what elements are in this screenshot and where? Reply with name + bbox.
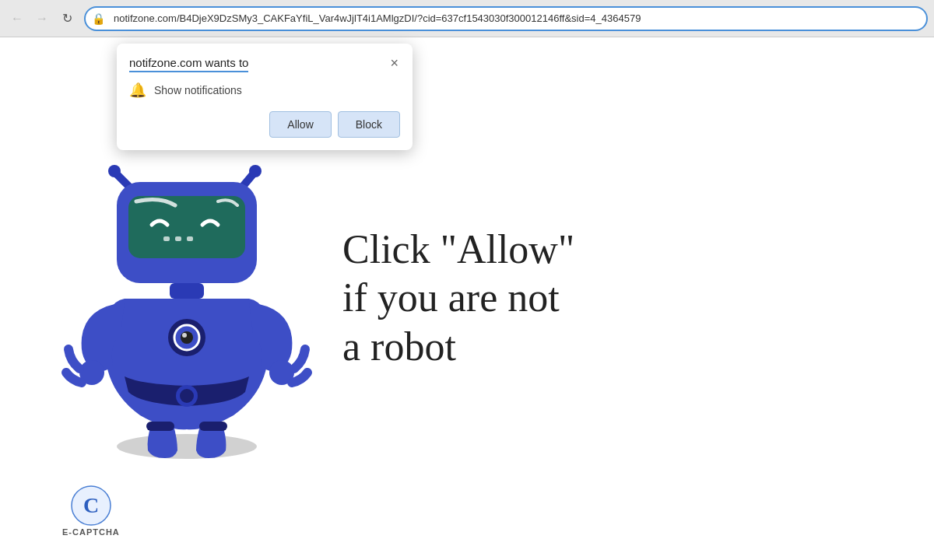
instruction-line1: Click "Allow" [342,226,574,274]
svg-rect-6 [163,236,170,241]
bell-icon: 🔔 [129,82,146,99]
popup-title: notifzone.com wants to [129,56,248,72]
popup-header: notifzone.com wants to × [129,56,400,72]
svg-rect-8 [187,236,193,241]
address-bar-wrapper: 🔒 [84,6,928,31]
ecaptcha-icon: C [71,485,111,526]
ecaptcha-logo: C E-CAPTCHA [62,485,120,537]
robot-illustration [39,135,335,462]
refresh-button[interactable]: ↻ [56,8,78,30]
popup-close-button[interactable]: × [388,56,400,70]
svg-point-3 [249,165,262,177]
robot-container [39,135,335,462]
svg-text:C: C [83,493,99,517]
svg-rect-5 [128,196,245,258]
notification-popup: notifzone.com wants to × 🔔 Show notifica… [117,44,413,150]
lock-icon: 🔒 [92,12,105,25]
back-button[interactable]: ← [6,8,28,30]
svg-point-1 [108,165,121,177]
instruction-line3: a robot [342,323,574,371]
block-button[interactable]: Block [338,111,400,138]
notification-text: Show notifications [154,84,242,96]
allow-button[interactable]: Allow [269,111,331,138]
svg-rect-18 [146,422,174,431]
svg-point-15 [182,333,187,338]
ecaptcha-label: E-CAPTCHA [62,527,120,537]
svg-rect-9 [170,283,204,299]
svg-rect-19 [199,422,227,431]
svg-point-11 [180,389,194,403]
robot-shadow-svg [117,434,257,459]
notification-row: 🔔 Show notifications [129,82,400,99]
forward-button[interactable]: → [31,8,53,30]
address-bar[interactable] [84,6,928,31]
popup-buttons: Allow Block [129,111,400,138]
browser-chrome: ← → ↻ 🔒 [0,0,934,37]
page-content: notifzone.com wants to × 🔔 Show notifica… [0,37,934,560]
svg-rect-7 [175,236,181,241]
svg-point-14 [181,331,193,344]
nav-buttons: ← → ↻ [6,8,78,30]
instruction-text: Click "Allow" if you are not a robot [342,226,574,371]
instruction-line2: if you are not [342,275,574,323]
